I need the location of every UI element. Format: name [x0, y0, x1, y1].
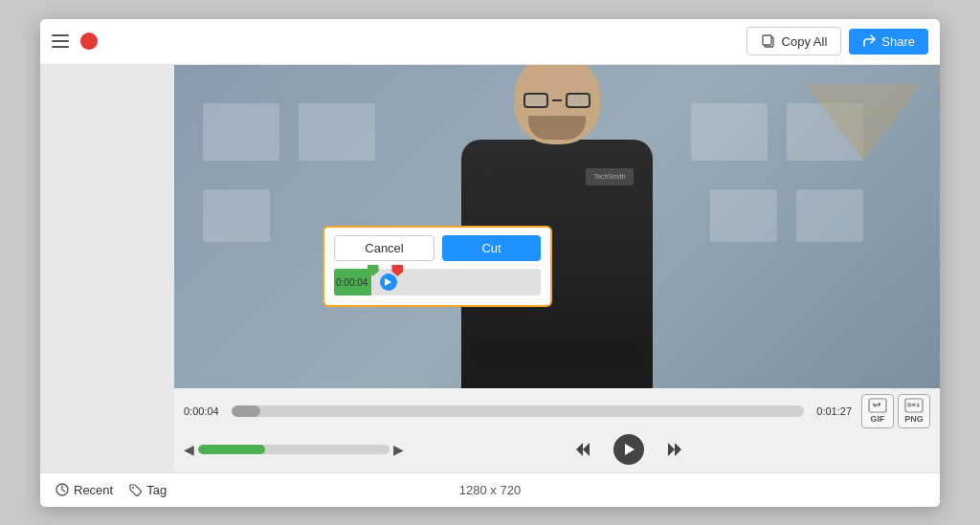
gif-label: GIF [871, 414, 885, 425]
svg-rect-2 [869, 399, 886, 412]
wall-panel [710, 189, 777, 242]
step-back-icon [572, 439, 593, 460]
mini-timeline[interactable]: 0:00:04 [334, 269, 541, 295]
svg-marker-6 [576, 443, 583, 456]
main-timeline-row: 0:00:04 0:01:27 [184, 394, 930, 428]
step-back-button[interactable] [569, 436, 596, 463]
time-start: 0:00:04 [184, 405, 226, 417]
svg-marker-7 [583, 443, 590, 456]
png-icon [904, 398, 924, 413]
cancel-button[interactable]: Cancel [334, 235, 434, 261]
share-icon [862, 34, 876, 48]
cut-popup-buttons: Cancel Cut [334, 235, 541, 261]
main-content: TechSmith Cancel Cut [40, 65, 940, 472]
progress-section: ◀ ▶ [184, 442, 404, 457]
cut-popup: Cancel Cut 0:00:04 [323, 226, 552, 307]
menu-icon[interactable] [52, 34, 69, 48]
playback-controls [412, 434, 846, 465]
sidebar-left [40, 65, 174, 472]
status-left: Recent Tag [56, 483, 345, 497]
video-scene: TechSmith Cancel Cut [174, 65, 940, 388]
recent-label: Recent [74, 483, 113, 497]
play-icon [622, 443, 635, 456]
wall-panel [796, 189, 863, 242]
rewind-to-start-icon[interactable]: ◀ [184, 442, 194, 457]
share-button[interactable]: Share [849, 29, 928, 55]
copy-icon [761, 33, 776, 49]
wall-panel [299, 103, 375, 161]
recent-item[interactable]: Recent [56, 483, 113, 497]
video-controls: 0:00:04 0:01:27 [174, 388, 940, 472]
svg-marker-8 [625, 444, 635, 455]
cut-marker-center [380, 273, 397, 291]
copy-all-label: Copy All [782, 34, 828, 49]
svg-marker-10 [675, 443, 681, 456]
tag-icon [128, 483, 142, 496]
tag-label: Tag [146, 483, 167, 497]
dimensions-display: 1280 x 720 [345, 483, 635, 497]
toolbar-left [52, 33, 746, 50]
progress-fill [198, 445, 265, 454]
png-label: PNG [904, 414, 924, 425]
main-track[interactable] [232, 405, 804, 417]
gif-icon [868, 398, 887, 413]
controls-row: ◀ ▶ [184, 434, 930, 465]
tag-item[interactable]: Tag [128, 483, 167, 497]
video-container: TechSmith Cancel Cut [174, 65, 940, 472]
status-bar: Recent Tag 1280 x 720 [40, 472, 940, 507]
app-window: Copy All Share [40, 19, 940, 507]
png-export-button[interactable]: PNG [898, 394, 930, 428]
play-button[interactable] [613, 434, 644, 465]
forward-to-end-icon[interactable]: ▶ [393, 442, 404, 457]
wall-panel [691, 103, 768, 161]
time-end: 0:01:27 [810, 405, 852, 417]
share-label: Share [881, 34, 915, 49]
svg-point-12 [132, 487, 134, 489]
cut-button[interactable]: Cut [442, 235, 541, 261]
step-forward-icon [664, 439, 685, 460]
gif-export-button[interactable]: GIF [861, 394, 894, 428]
toolbar-right: Copy All Share [746, 27, 928, 55]
clock-icon [56, 483, 69, 496]
copy-all-button[interactable]: Copy All [746, 27, 842, 55]
wall-panel [203, 189, 270, 242]
record-button[interactable] [80, 33, 98, 50]
wall-panel [203, 103, 279, 161]
video-dimensions: 1280 x 720 [459, 483, 521, 497]
triangle-decoration [806, 84, 921, 161]
svg-rect-1 [763, 35, 771, 45]
main-track-fill [232, 405, 260, 417]
current-timestamp: 0:00:04 [334, 276, 371, 287]
export-buttons: GIF [861, 394, 930, 428]
step-forward-button[interactable] [661, 436, 688, 463]
progress-track[interactable] [198, 445, 390, 454]
toolbar: Copy All Share [40, 19, 940, 65]
svg-marker-9 [668, 443, 675, 456]
